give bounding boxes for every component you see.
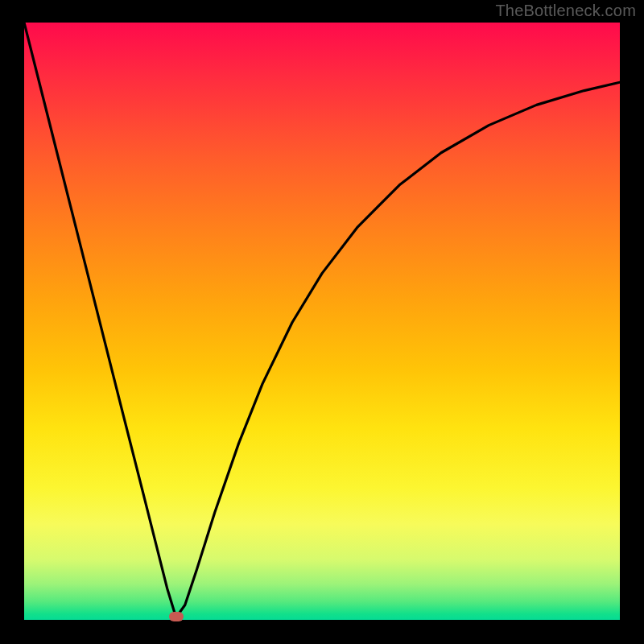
optimum-marker xyxy=(169,612,184,621)
watermark-label: TheBottleneck.com xyxy=(495,2,636,20)
chart-frame: TheBottleneck.com xyxy=(0,0,644,644)
chart-plot-area xyxy=(24,23,620,620)
